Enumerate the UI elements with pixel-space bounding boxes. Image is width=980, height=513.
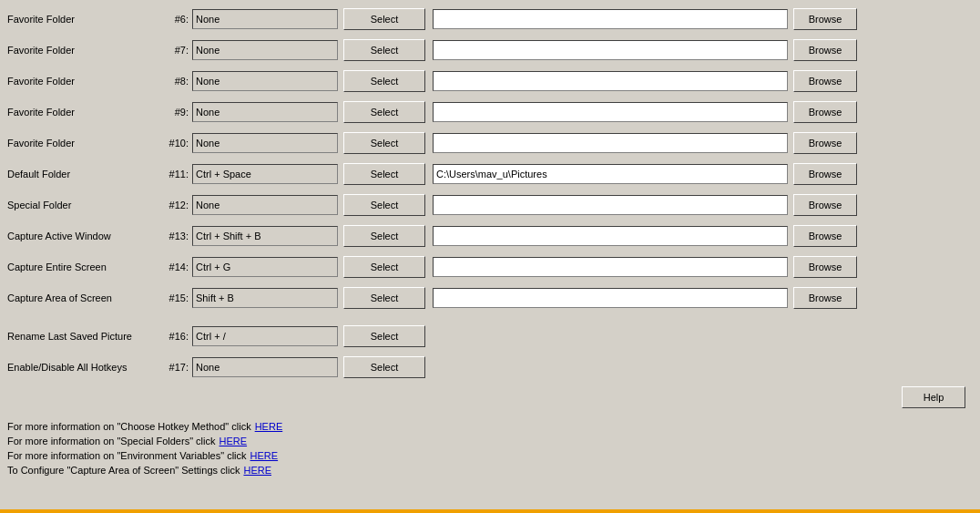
select-button-5[interactable]: Select: [343, 163, 425, 185]
path-input-6[interactable]: [433, 195, 788, 215]
row-num-3: #9:: [158, 107, 192, 118]
info-row-3: To Configure "Capture Area of Screen" Se…: [7, 465, 973, 476]
row2-num-1: #17:: [158, 362, 192, 373]
path-input-0[interactable]: [433, 9, 788, 29]
row-label-1: Favorite Folder: [7, 45, 158, 56]
browse-button-7[interactable]: Browse: [793, 225, 857, 247]
info-row-1: For more information on "Special Folders…: [7, 436, 973, 446]
info-text-0: For more information on "Choose Hotkey M…: [7, 421, 251, 432]
row-num-1: #7:: [158, 45, 192, 56]
select2-button-1[interactable]: Select: [343, 356, 425, 378]
path-input-1[interactable]: [433, 40, 788, 60]
path-input-7[interactable]: [433, 226, 788, 246]
select-button-1[interactable]: Select: [343, 39, 425, 61]
hotkey-input-3[interactable]: [192, 102, 338, 122]
path-input-8[interactable]: [433, 257, 788, 277]
browse-button-4[interactable]: Browse: [793, 132, 857, 154]
spacer: [7, 313, 973, 321]
hotkey-input-0[interactable]: [192, 9, 338, 29]
info-row-2: For more information on "Environment Var…: [7, 450, 973, 461]
row-num-7: #13:: [158, 231, 192, 241]
select-button-7[interactable]: Select: [343, 225, 425, 247]
row-label-8: Capture Entire Screen: [7, 262, 158, 272]
hotkey2-input-0[interactable]: [192, 326, 338, 346]
hotkey-input-7[interactable]: [192, 226, 338, 246]
row-label-7: Capture Active Window: [7, 231, 158, 241]
select-button-4[interactable]: Select: [343, 132, 425, 154]
path-input-5[interactable]: [433, 164, 788, 184]
row-label-9: Capture Area of Screen: [7, 292, 158, 303]
row-label-6: Special Folder: [7, 200, 158, 210]
browse-button-6[interactable]: Browse: [793, 194, 857, 216]
select-button-9[interactable]: Select: [343, 287, 425, 309]
browse-button-5[interactable]: Browse: [793, 163, 857, 185]
hotkey-input-2[interactable]: [192, 71, 338, 91]
select-button-3[interactable]: Select: [343, 101, 425, 123]
browse-button-0[interactable]: Browse: [793, 8, 857, 30]
rows-container: Favorite Folder #6: Select Browse Favori…: [7, 4, 973, 313]
table-row: Favorite Folder #8: Select Browse: [7, 66, 973, 97]
table-row: Favorite Folder #6: Select Browse: [7, 4, 973, 35]
table-row: Capture Entire Screen #14: Select Browse: [7, 251, 973, 282]
info-text-1: For more information on "Special Folders…: [7, 436, 216, 446]
main-container: Favorite Folder #6: Select Browse Favori…: [0, 0, 980, 487]
info-link-1[interactable]: HERE: [219, 436, 248, 446]
select2-button-0[interactable]: Select: [343, 325, 425, 347]
table-row: Special Folder #12: Select Browse: [7, 190, 973, 221]
table-row: Favorite Folder #7: Select Browse: [7, 35, 973, 66]
table-row: Default Folder #11: Select Browse: [7, 159, 973, 190]
bottom-bar: [0, 509, 980, 513]
info-link-2[interactable]: HERE: [250, 450, 279, 461]
rows2-container: Rename Last Saved Picture #16: Select En…: [7, 321, 973, 383]
row2-num-0: #16:: [158, 331, 192, 342]
row-label-4: Favorite Folder: [7, 138, 158, 149]
select-button-0[interactable]: Select: [343, 8, 425, 30]
help-btn-row: Help: [7, 386, 973, 408]
row-num-0: #6:: [158, 14, 192, 25]
info-text-2: For more information on "Environment Var…: [7, 450, 247, 461]
hotkey2-input-1[interactable]: [192, 357, 338, 377]
table-row-2: Enable/Disable All Hotkeys #17: Select: [7, 352, 973, 383]
path-input-3[interactable]: [433, 102, 788, 122]
table-row: Favorite Folder #9: Select Browse: [7, 97, 973, 128]
browse-button-9[interactable]: Browse: [793, 287, 857, 309]
hotkey-input-8[interactable]: [192, 257, 338, 277]
hotkey-input-4[interactable]: [192, 133, 338, 153]
info-row-0: For more information on "Choose Hotkey M…: [7, 421, 973, 432]
hotkey-input-9[interactable]: [192, 288, 338, 308]
browse-button-1[interactable]: Browse: [793, 39, 857, 61]
row-num-9: #15:: [158, 292, 192, 303]
row-label-0: Favorite Folder: [7, 14, 158, 25]
table-row: Favorite Folder #10: Select Browse: [7, 128, 973, 159]
row-num-2: #8:: [158, 76, 192, 87]
row2-label-0: Rename Last Saved Picture: [7, 331, 158, 342]
browse-button-8[interactable]: Browse: [793, 256, 857, 278]
hotkey-input-1[interactable]: [192, 40, 338, 60]
row-label-3: Favorite Folder: [7, 107, 158, 118]
table-row: Capture Active Window #13: Select Browse: [7, 221, 973, 251]
select-button-6[interactable]: Select: [343, 194, 425, 216]
browse-button-3[interactable]: Browse: [793, 101, 857, 123]
row-num-8: #14:: [158, 262, 192, 272]
path-input-4[interactable]: [433, 133, 788, 153]
info-text-3: To Configure "Capture Area of Screen" Se…: [7, 465, 240, 476]
row-label-5: Default Folder: [7, 169, 158, 180]
browse-button-2[interactable]: Browse: [793, 70, 857, 92]
row2-label-1: Enable/Disable All Hotkeys: [7, 362, 158, 373]
path-input-9[interactable]: [433, 288, 788, 308]
row-num-4: #10:: [158, 138, 192, 149]
help-button[interactable]: Help: [902, 386, 965, 408]
hotkey-input-6[interactable]: [192, 195, 338, 215]
info-section: For more information on "Choose Hotkey M…: [7, 417, 973, 483]
row-num-5: #11:: [158, 169, 192, 180]
table-row-2: Rename Last Saved Picture #16: Select: [7, 321, 973, 352]
info-link-3[interactable]: HERE: [243, 465, 271, 476]
row-num-6: #12:: [158, 200, 192, 210]
row-label-2: Favorite Folder: [7, 76, 158, 87]
select-button-8[interactable]: Select: [343, 256, 425, 278]
info-link-0[interactable]: HERE: [255, 421, 283, 432]
select-button-2[interactable]: Select: [343, 70, 425, 92]
hotkey-input-5[interactable]: [192, 164, 338, 184]
path-input-2[interactable]: [433, 71, 788, 91]
table-row: Capture Area of Screen #15: Select Brows…: [7, 282, 973, 313]
